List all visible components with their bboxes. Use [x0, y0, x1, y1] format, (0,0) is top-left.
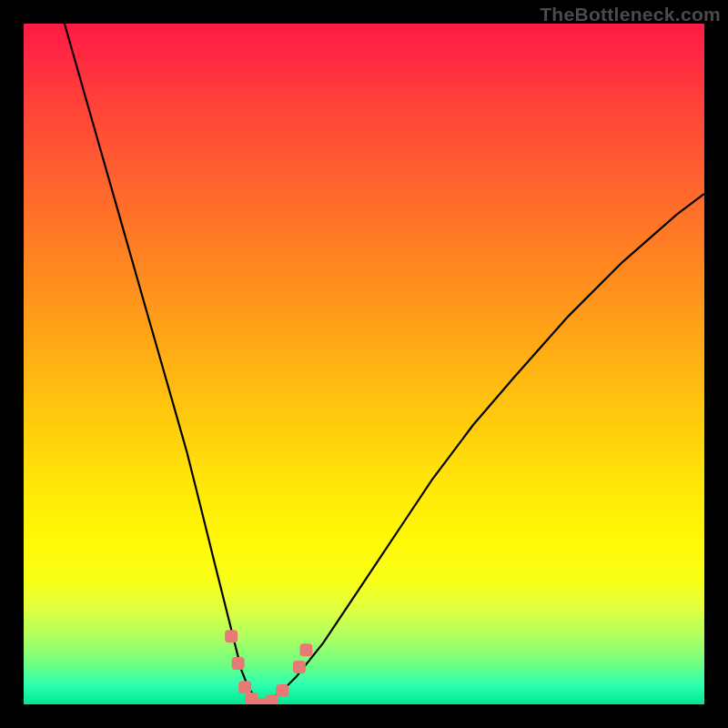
data-point-marker	[293, 661, 306, 673]
watermark-text: TheBottleneck.com	[540, 4, 721, 25]
data-point-marker	[266, 694, 278, 704]
data-point-markers	[225, 630, 312, 704]
curve-left-branch	[65, 24, 262, 704]
chart-container: TheBottleneck.com	[0, 0, 728, 728]
bottleneck-curve-plot	[24, 24, 704, 704]
data-point-marker	[232, 657, 245, 670]
curve-right-branch	[262, 194, 704, 704]
data-point-marker	[238, 681, 251, 693]
data-point-marker	[299, 643, 312, 656]
data-point-marker	[276, 684, 288, 697]
data-point-marker	[225, 630, 238, 642]
